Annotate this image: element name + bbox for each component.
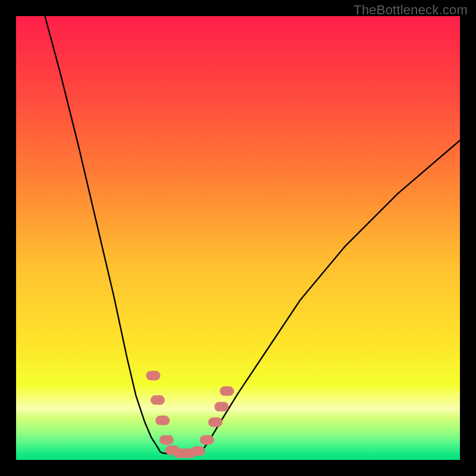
curve-marker — [220, 386, 234, 396]
curve-marker — [208, 418, 223, 427]
curve-marker — [200, 435, 214, 444]
curve-marker — [214, 402, 228, 411]
watermark-text: TheBottleneck.com — [353, 2, 468, 18]
chart-frame: TheBottleneck.com — [0, 0, 476, 476]
plot-area — [16, 16, 460, 460]
curve-marker — [151, 395, 165, 405]
curve-layer — [16, 16, 460, 460]
curve-marker — [159, 435, 174, 444]
curve-marker — [155, 416, 170, 425]
bottleneck-curve — [45, 16, 460, 454]
curve-marker — [191, 446, 205, 456]
marker-group — [146, 371, 234, 458]
curve-marker — [146, 371, 161, 380]
